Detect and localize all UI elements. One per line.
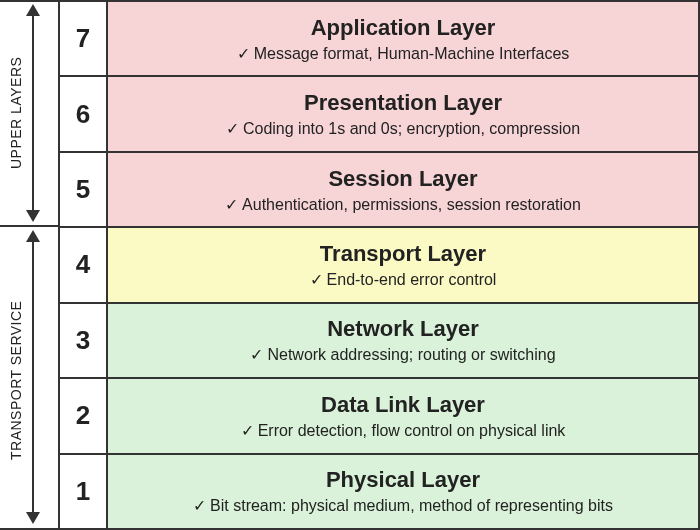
layer-number: 5: [60, 151, 106, 226]
layer-title: Physical Layer: [326, 467, 480, 493]
transport-service-label: TRANSPORT SERVICE: [8, 270, 24, 490]
check-icon: ✓: [237, 45, 250, 62]
check-icon: ✓: [193, 497, 206, 514]
session-layer: Session Layer ✓Authentication, permissio…: [106, 151, 700, 226]
layer-numbers-column: 7 6 5 4 3 2 1: [60, 0, 106, 530]
layer-number: 1: [60, 453, 106, 530]
data-link-layer: Data Link Layer ✓Error detection, flow c…: [106, 377, 700, 452]
layer-title: Transport Layer: [320, 241, 486, 267]
layer-number: 2: [60, 377, 106, 452]
check-icon: ✓: [225, 196, 238, 213]
layers-column: Application Layer ✓Message format, Human…: [106, 0, 700, 530]
physical-layer: Physical Layer ✓Bit stream: physical med…: [106, 453, 700, 530]
layer-desc: ✓Bit stream: physical medium, method of …: [193, 496, 613, 515]
arrow-down-icon: [26, 512, 40, 524]
transport-layer: Transport Layer ✓End-to-end error contro…: [106, 226, 700, 301]
layer-title: Session Layer: [328, 166, 477, 192]
check-icon: ✓: [241, 422, 254, 439]
layer-desc: ✓Message format, Human-Machine Interface…: [237, 44, 570, 63]
osi-diagram: UPPER LAYERS TRANSPORT SERVICE 7 6 5 4 3…: [0, 0, 700, 530]
layer-desc: ✓Network addressing; routing or switchin…: [250, 345, 555, 364]
layer-desc: ✓Coding into 1s and 0s; encryption, comp…: [226, 119, 580, 138]
layer-title: Application Layer: [311, 15, 496, 41]
layer-number: 7: [60, 0, 106, 75]
arrow-down-icon: [26, 210, 40, 222]
layer-number: 4: [60, 226, 106, 301]
application-layer: Application Layer ✓Message format, Human…: [106, 0, 700, 75]
layer-title: Presentation Layer: [304, 90, 502, 116]
layer-desc: ✓Error detection, flow control on physic…: [241, 421, 566, 440]
group-rail: UPPER LAYERS TRANSPORT SERVICE: [0, 0, 60, 530]
layer-number: 3: [60, 302, 106, 377]
layer-desc: ✓End-to-end error control: [310, 270, 497, 289]
presentation-layer: Presentation Layer ✓Coding into 1s and 0…: [106, 75, 700, 150]
layer-number: 6: [60, 75, 106, 150]
layer-title: Network Layer: [327, 316, 479, 342]
network-layer: Network Layer ✓Network addressing; routi…: [106, 302, 700, 377]
check-icon: ✓: [250, 346, 263, 363]
upper-layers-label: UPPER LAYERS: [8, 40, 24, 185]
layer-title: Data Link Layer: [321, 392, 485, 418]
check-icon: ✓: [310, 271, 323, 288]
layer-desc: ✓Authentication, permissions, session re…: [225, 195, 581, 214]
check-icon: ✓: [226, 120, 239, 137]
